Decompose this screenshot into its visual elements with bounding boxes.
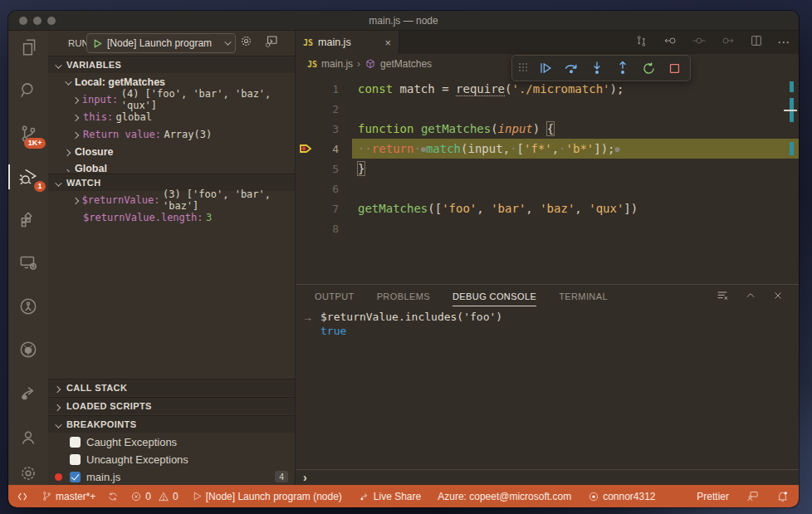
code-editor[interactable]: 1 const match = require('./micromatch');… <box>296 74 799 284</box>
breadcrumb-file[interactable]: main.js <box>321 58 353 70</box>
title-bar: main.js — node <box>8 11 799 31</box>
variable-return-row[interactable]: Return value: Array(3) <box>48 125 295 143</box>
remote-indicator[interactable] <box>17 491 28 502</box>
window-title: main.js — node <box>8 11 799 31</box>
scope-closure-row[interactable]: Closure <box>48 143 295 160</box>
start-debug-icon[interactable] <box>93 39 102 48</box>
call-stack-section-header[interactable]: CALL STACK <box>48 379 295 396</box>
variable-this-row[interactable]: this: global <box>48 108 295 125</box>
caught-exceptions-checkbox[interactable] <box>70 437 81 448</box>
variables-title: VARIABLES <box>66 60 121 70</box>
watch-name: $returnValue.length: <box>83 212 203 223</box>
current-step-icon <box>692 33 707 51</box>
watch-value: 3 <box>206 212 212 223</box>
run-toolbar: RUN [Node] Launch program <box>48 31 295 56</box>
azure-account-status[interactable]: Azure: copeet@microsoft.com <box>438 491 571 502</box>
source-control-icon[interactable]: 1K+ <box>8 117 48 150</box>
uncaught-exceptions-checkbox[interactable] <box>70 454 81 465</box>
github-icon[interactable] <box>8 333 48 366</box>
chevron-down-icon <box>224 38 231 45</box>
debug-gear-icon[interactable] <box>239 34 253 51</box>
sync-changes-button[interactable] <box>107 491 119 502</box>
close-panel-icon[interactable] <box>772 290 784 305</box>
search-icon[interactable] <box>8 74 48 107</box>
more-actions-icon[interactable]: ⋯ <box>777 35 790 50</box>
run-debug-icon[interactable]: 1 <box>8 160 48 193</box>
bottom-panel: OUTPUT PROBLEMS DEBUG CONSOLE TERMINAL →… <box>296 284 799 485</box>
code-line-current: 4 ··return·●match(input,·['f*',·'b*']);● <box>296 139 799 159</box>
extensions-icon[interactable] <box>8 203 48 237</box>
azure-label: Azure: copeet@microsoft.com <box>438 491 571 502</box>
editor-group: JS main.js × ⋯ JS main.js › getMatches <box>295 31 799 485</box>
stop-button[interactable] <box>665 59 683 77</box>
breakpoint-file-row[interactable]: main.js 4 <box>48 468 295 486</box>
breakpoint-caught-row[interactable]: Caught Exceptions <box>48 433 295 451</box>
formatter-label: Prettier <box>697 491 729 502</box>
toolbar-drag-handle[interactable] <box>519 63 529 73</box>
explorer-icon[interactable] <box>8 31 48 64</box>
formatter-status[interactable]: Prettier <box>697 491 729 502</box>
watch-name: $returnValue: <box>82 194 160 206</box>
open-changes-icon[interactable] <box>634 34 648 51</box>
accounts-icon[interactable] <box>8 421 48 454</box>
step-into-button[interactable] <box>588 59 606 77</box>
navigate-forward-icon[interactable] <box>721 33 736 51</box>
console-expression: $returnValue.includes('foo') <box>320 311 502 323</box>
tab-close-icon[interactable]: × <box>384 37 391 49</box>
clear-console-icon[interactable] <box>716 289 729 306</box>
tab-mainjs[interactable]: JS main.js × <box>296 31 399 54</box>
overview-ruler[interactable] <box>787 74 797 284</box>
tab-terminal[interactable]: TERMINAL <box>559 286 608 306</box>
variable-input-row[interactable]: input: (4) ['foo', 'bar', 'baz', 'qux'] <box>48 91 295 108</box>
step-over-button[interactable] <box>562 59 580 77</box>
problems-status[interactable]: 0 0 <box>130 491 178 502</box>
split-editor-icon[interactable] <box>750 34 763 51</box>
variables-section-header[interactable]: VARIABLES <box>48 56 295 73</box>
console-input-arrow-icon: → <box>302 311 313 324</box>
live-share-button[interactable]: Live Share <box>359 491 421 502</box>
live-share-sessions-icon[interactable] <box>8 290 48 323</box>
uncaught-exceptions-label: Uncaught Exceptions <box>86 453 188 466</box>
line-number: 1 <box>314 83 339 95</box>
watch-expression-row[interactable]: $returnValue: (3) ['foo', 'bar', 'baz'] <box>48 191 295 208</box>
code-line: 1 const match = require('./micromatch'); <box>296 79 799 99</box>
debug-console-icon[interactable] <box>264 34 279 52</box>
navigate-back-icon[interactable] <box>663 33 677 51</box>
breakpoint-uncaught-row[interactable]: Uncaught Exceptions <box>48 451 295 468</box>
feedback-icon[interactable] <box>746 490 759 502</box>
panel-tabs: OUTPUT PROBLEMS DEBUG CONSOLE TERMINAL <box>315 285 608 307</box>
variable-name: Return value: <box>83 129 161 140</box>
console-input-row[interactable]: › <box>296 469 799 485</box>
continue-button[interactable] <box>536 59 555 77</box>
scope-closure-label: Closure <box>75 146 114 158</box>
line-number: 8 <box>314 223 339 235</box>
maximize-panel-icon[interactable] <box>745 290 756 305</box>
breakpoint-dot-icon <box>55 473 62 481</box>
github-account-status[interactable]: connor4312 <box>588 491 655 502</box>
code-line: 5 } <box>296 159 799 179</box>
watch-expression-row[interactable]: $returnValue.length: 3 <box>48 208 295 226</box>
tab-problems[interactable]: PROBLEMS <box>377 286 430 306</box>
tab-output[interactable]: OUTPUT <box>315 286 355 306</box>
mainjs-breakpoint-checkbox[interactable] <box>70 472 81 482</box>
breakpoints-title: BREAKPOINTS <box>66 419 136 429</box>
restart-button[interactable] <box>639 59 658 77</box>
current-line-breakpoint-icon[interactable] <box>299 142 312 155</box>
inline-breakpoint-dot[interactable]: ● <box>615 144 620 154</box>
variable-name: this: <box>83 111 113 123</box>
active-debug-session[interactable]: [Node] Launch program (node) <box>192 491 342 502</box>
launch-config-dropdown[interactable]: [Node] Launch program <box>86 33 236 53</box>
scope-global-row[interactable]: Global <box>48 160 295 172</box>
tab-debug-console[interactable]: DEBUG CONSOLE <box>452 286 536 306</box>
loaded-scripts-section-header[interactable]: LOADED SCRIPTS <box>48 397 295 414</box>
step-out-button[interactable] <box>614 59 632 77</box>
notifications-bell-icon[interactable] <box>776 490 789 502</box>
remote-explorer-icon[interactable] <box>8 247 48 280</box>
line-number: 4 <box>314 143 339 155</box>
live-share-icon[interactable] <box>8 376 48 409</box>
call-stack-title: CALL STACK <box>66 383 127 393</box>
breadcrumb-symbol[interactable]: getMatches <box>380 58 432 70</box>
git-branch-status[interactable]: master*+ <box>42 491 95 502</box>
breakpoints-section-header[interactable]: BREAKPOINTS <box>48 415 295 433</box>
caught-exceptions-label: Caught Exceptions <box>86 436 177 448</box>
